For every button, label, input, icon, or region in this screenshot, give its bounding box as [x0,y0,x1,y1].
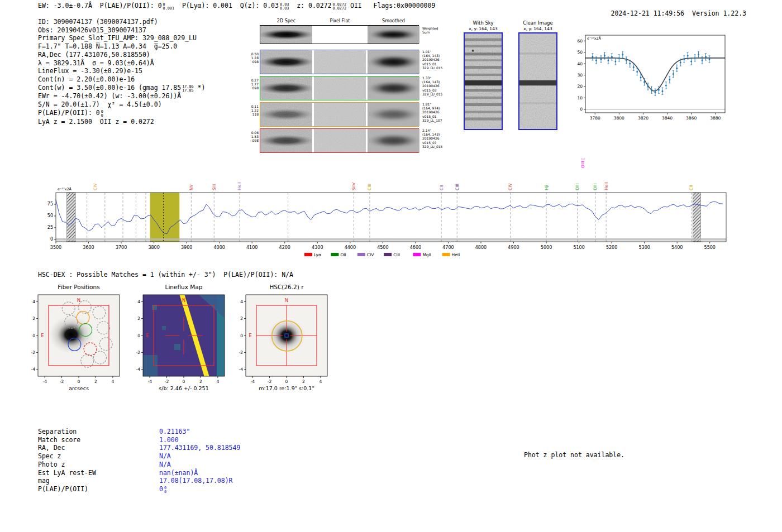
noise-image [260,50,312,74]
noise-image [314,76,366,100]
noise-image [368,26,419,44]
header-summary-line: EW: -3.0±-0.7Å P(LAE)/P(OII): 000.001 P(… [38,2,435,11]
units-label: e⁻¹⁷x2Å [587,36,602,41]
report-version: Version 1.22.3 [692,9,746,17]
info-line: S/N = 20.0(±1.7) χ² = 4.5(±0.0) [38,100,205,109]
match-field-value: 177.431169, 50.818549 [159,444,240,452]
zoom-spectrum-chart: 3780380038203840386038800102030405060e⁻¹… [562,28,729,132]
noise-image [368,103,419,126]
clean-image [518,32,557,130]
north-label: N [182,298,185,303]
x-tick-label: 4800 [475,245,487,250]
photz-note: Phot z plot not available. [524,451,624,459]
info-line: LineFlux = -3.30(±0.29)e-15 [38,67,205,75]
zoom-spectrum-panel: 3780380038203840386038800102030405060e⁻¹… [562,28,729,132]
x-tick-label: 2 [199,379,202,384]
legend-swatch [384,253,392,256]
x-tick-label: -4 [42,379,47,384]
text-segment: OII Flags:0x00000009 [346,2,435,9]
legend-swatch [304,253,312,256]
spec2d-cutout-grid: 2D SpecPixel FlatSmoothedWeightedSum0.50… [248,18,460,155]
match-table-row: mag17.08(17.08,17.08)R [38,477,240,485]
spec2d-image-cell [368,26,419,44]
noise-image [260,129,312,152]
spec2d-image-cell [368,76,419,100]
spec2d-row [260,50,419,74]
lineflux-map-plot: NE-4-4-2-2002244 [130,293,236,385]
spec2d-row-annotation: 2.14"(164, 143)20190426v015_07329_LU_015 [422,128,442,148]
north-label: N [77,298,80,303]
text-segment: *) [194,84,206,92]
x-tick-label: 3780 [590,116,600,121]
x-tick-label: 4300 [312,245,323,250]
noise-image [368,50,419,74]
clean-image-coords: x, y: 164, 143 [518,26,557,31]
x-tick-label: 0 [183,379,185,384]
noise-image [314,50,366,74]
text-segment: P(LAE)/P(OII): 0 [38,109,100,117]
lineflux-caption: s/b: 2.46 +/- 0.251 [143,385,225,391]
x-tick-label: 4500 [377,245,388,250]
emission-line-label: CIV [508,183,513,190]
x-tick-label: 3900 [181,245,192,250]
y-tick-label: 40 [577,61,583,66]
x-tick-label: 3820 [638,116,649,121]
spec2d-column-header: 2D Spec [260,18,312,23]
x-axis: 3500360037003800390040004100420043004400… [50,242,716,250]
text-segment: ID: 3090074137 (3090074137.pdf) [38,18,158,26]
noise-image [368,76,419,100]
legend-label: CIII [393,252,400,257]
report-timestamp: 2024-12-21 11:49:56 [611,9,685,17]
y-tick-label: 0 [240,333,243,338]
y-tick-label: 0 [137,333,140,338]
emission-line-label: CII [689,185,694,190]
x-tick-label: 4000 [214,245,225,250]
x-tick-label: 4600 [410,245,421,250]
match-table-row: Match score1.000 [38,436,240,444]
spec2d-image-cell [314,26,366,44]
emission-line-label: HeII [237,182,242,190]
x-tick-label: 2 [94,379,97,384]
text-segment: Obs: 20190426v015_3090074137 [38,26,146,34]
match-field-value: N/A [159,461,171,468]
match-field-label: Separation [38,428,159,436]
text-segment: EW: -3.0±-0.7Å P(LAE)/P(OII): 0 [38,2,162,9]
spec2d-row [260,102,419,127]
emission-line-label: NV [189,184,194,190]
weighted-sum-label: WeightedSum [422,26,438,34]
spec2d-image-cell [368,103,419,126]
elixer-report-page: EW: -3.0±-0.7Å P(LAE)/P(OII): 000.001 P(… [0,0,782,532]
emission-line-label: CIV [93,183,98,190]
match-field-label: RA, Dec [38,444,159,452]
x-tick-label: 4 [216,379,219,384]
x-tick-label: 5500 [704,245,716,250]
noise-image [314,103,366,126]
x-tick-label: -4 [147,379,152,384]
info-line: Cont(n) = 2.20(±0.00)e-16 [38,75,205,84]
match-table-row: P(LAE)/P(OII)000 [38,485,240,494]
match-field-value: nan(±nan)Å [159,469,198,477]
noise-image [260,103,312,126]
noise-image [260,76,312,100]
info-line: ID: 3090074137 (3090074137.pdf) [38,18,205,26]
y-axis: 0102030405060 [577,39,585,112]
text-segment: P(Lyα): 0.001 Q(z): 0.03 [174,2,279,9]
y-tick-label: 2 [32,316,35,321]
spec2d-row-weights: 0.061.53098 [248,131,259,143]
x-tick-label: 3860 [686,116,697,121]
y-tick-label: -2 [31,350,36,355]
hsc-caption: m:17.0 re:1.9" s:0.1" [246,385,327,391]
noise-image [260,26,312,44]
x-tick-label: 3500 [50,245,61,250]
full-spectrum-chart: 3500360037003800390040004100420043004400… [31,150,740,268]
y-tick-label: 30 [577,73,583,78]
spec2d-image-cell [260,129,312,152]
spec2d-image-cell [260,76,312,100]
text-segment: Primary Spec_Slot_IFU_AMP: 329_088_029_L… [38,34,197,42]
text-segment: z: 0.0272 [289,2,331,9]
match-field-value: 17.08(17.08,17.08)R [159,477,233,485]
spec2d-weighted-row [260,25,419,44]
x-axis: 378038003820384038603880 [590,113,721,121]
match-field-label: Photo z [38,461,159,469]
masked-region [66,193,75,242]
